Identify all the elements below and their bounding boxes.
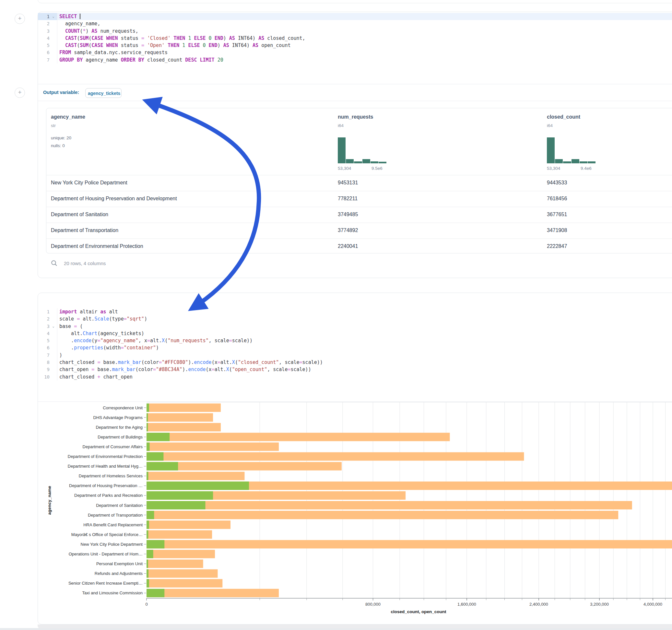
sql-code-editor[interactable]: 1⌄SELECT 2 agency_name,3 COUNT(*) AS num… xyxy=(38,12,672,64)
sql-cell: 1⌄SELECT 2 agency_name,3 COUNT(*) AS num… xyxy=(38,12,672,278)
code-line[interactable]: 7) xyxy=(38,352,672,359)
code-text[interactable]: SELECT xyxy=(57,13,672,20)
table-row[interactable]: New York City Police Department945313194… xyxy=(46,175,672,191)
code-text[interactable]: COUNT(*) AS num_requests, xyxy=(57,28,672,35)
code-text[interactable]: CAST(SUM(CASE WHEN status = 'Open' THEN … xyxy=(57,42,672,49)
column-type: str xyxy=(51,123,56,128)
code-line[interactable]: 5 .encode(y="agency_name", x=alt.X("num_… xyxy=(38,337,672,344)
y-axis-label: Department for the Aging xyxy=(96,425,143,430)
y-axis-label: Department of Housing Preservation … xyxy=(69,483,143,488)
code-text[interactable]: chart_closed = base.mark_bar(color="#FFC… xyxy=(57,359,672,366)
code-fold-chevron-icon[interactable]: ⌄ xyxy=(50,13,57,20)
line-number: 10 xyxy=(38,373,50,381)
bar-open-count xyxy=(146,579,149,587)
python-code-editor[interactable]: 1import altair as alt2scale = alt.Scale(… xyxy=(38,293,672,381)
output-variable-tag[interactable]: agency_tickets xyxy=(85,88,122,98)
code-line[interactable]: 9chart_open = base.mark_bar(color="#8BC3… xyxy=(38,366,672,373)
code-line[interactable]: 10chart_closed + chart_open xyxy=(38,373,672,381)
code-text[interactable]: .encode(y="agency_name", x=alt.X("num_re… xyxy=(57,337,672,344)
y-axis-label: Operations Unit - Department of Hom… xyxy=(69,552,143,556)
code-text[interactable]: GROUP BY agency_name ORDER BY closed_cou… xyxy=(57,56,672,64)
code-text[interactable]: chart_open = base.mark_bar(color="#8BC34… xyxy=(57,366,672,373)
cell-closed-count: 3677651 xyxy=(547,212,567,217)
x-axis-tick-label: 0 xyxy=(145,602,147,607)
histogram-bar xyxy=(572,159,579,163)
bar-open-count xyxy=(146,453,163,461)
code-text[interactable]: import altair as alt xyxy=(57,308,672,315)
code-line[interactable]: 7GROUP BY agency_name ORDER BY closed_co… xyxy=(38,56,672,64)
y-axis-label: Refunds and Adjustments xyxy=(95,571,143,576)
gutter-spacer xyxy=(50,373,57,381)
table-row[interactable]: Department of Environmental Protection22… xyxy=(46,239,672,253)
code-text[interactable]: agency_name, xyxy=(57,20,672,27)
line-number: 6 xyxy=(38,344,50,351)
code-text[interactable]: base = ( xyxy=(57,323,672,330)
code-text[interactable]: chart_closed + chart_open xyxy=(57,373,672,381)
bar-closed-count xyxy=(146,589,279,597)
bar-closed-count xyxy=(146,433,450,441)
histogram-bar xyxy=(547,138,555,163)
bar-closed-count xyxy=(146,530,212,539)
cell-agency-name: New York City Police Department xyxy=(51,180,127,186)
code-line[interactable]: 2scale = alt.Scale(type="sqrt") xyxy=(38,315,672,322)
code-fold-chevron-icon[interactable]: ⌄ xyxy=(50,323,57,330)
cell-closed-count: 7618456 xyxy=(547,196,567,201)
x-axis-tick-label: 3,200,000 xyxy=(590,602,609,607)
bar-open-count xyxy=(146,413,148,421)
x-axis-tick-label: 800,000 xyxy=(365,602,381,607)
y-axis-label: Department of Environmental Protection xyxy=(68,454,143,459)
column-header-num-requests[interactable]: num_requests xyxy=(338,114,373,120)
histogram-min-label: 53,304 xyxy=(547,166,560,171)
histogram-bar xyxy=(580,162,587,163)
line-number: 5 xyxy=(38,337,50,344)
add-cell-button-middle[interactable]: + xyxy=(15,88,25,98)
code-text[interactable]: alt.Chart(agency_tickets) xyxy=(57,330,672,337)
histogram-bar xyxy=(338,138,345,163)
cell-agency-name: Department of Housing Preservation and D… xyxy=(51,196,177,201)
bar-closed-count xyxy=(146,404,221,412)
histogram-bar xyxy=(370,162,378,163)
table-row[interactable]: Department of Transportation377489234719… xyxy=(46,223,672,239)
line-number: 8 xyxy=(38,359,50,366)
bar-open-count xyxy=(146,511,154,519)
histogram-max-label: 9.4e6 xyxy=(581,166,592,171)
bar-closed-count xyxy=(146,501,632,509)
y-axis-label: HRA Benefit Card Replacement xyxy=(83,523,143,527)
bar-open-count xyxy=(146,462,178,470)
code-line[interactable]: 1import altair as alt xyxy=(38,308,672,315)
y-axis-label: Mayorâ€ s Office of Special Enforce… xyxy=(71,532,143,537)
line-number: 3 xyxy=(38,323,50,330)
table-row[interactable]: Department of Sanitation37494853677651 xyxy=(46,207,672,223)
column-header-agency-name[interactable]: agency_name xyxy=(51,114,85,120)
y-axis-label: Senior Citizen Rent Increase Exempti… xyxy=(68,581,143,586)
histogram-min-label: 53,304 xyxy=(338,166,351,171)
code-line[interactable]: 6 .properties(width="container") xyxy=(38,344,672,351)
line-number: 4 xyxy=(38,330,50,337)
y-axis-title: agency_name xyxy=(47,486,52,515)
add-cell-button-top[interactable]: + xyxy=(15,14,25,24)
code-line[interactable]: 4 CAST(SUM(CASE WHEN status = 'Closed' T… xyxy=(38,35,672,42)
bar-closed-count xyxy=(146,550,215,558)
code-line[interactable]: 6FROM sample_data.nyc.service_requests xyxy=(38,49,672,56)
histogram-bar xyxy=(346,159,354,163)
table-row[interactable]: Department of Housing Preservation and D… xyxy=(46,191,672,207)
code-line[interactable]: 3 COUNT(*) AS num_requests, xyxy=(38,28,672,35)
divider xyxy=(38,101,672,101)
code-line[interactable]: 8chart_closed = base.mark_bar(color="#FF… xyxy=(38,359,672,366)
column-header-closed-count[interactable]: closed_count xyxy=(547,114,580,120)
code-line[interactable]: 1⌄SELECT xyxy=(38,13,672,20)
code-line[interactable]: 2 agency_name, xyxy=(38,20,672,27)
code-text[interactable]: ) xyxy=(57,352,672,359)
gutter-spacer xyxy=(50,42,57,49)
gutter-spacer xyxy=(50,344,57,351)
code-line[interactable]: 4 alt.Chart(agency_tickets) xyxy=(38,330,672,337)
code-text[interactable]: .properties(width="container") xyxy=(57,344,672,351)
search-icon[interactable] xyxy=(51,260,57,266)
code-line[interactable]: 3⌄base = ( xyxy=(38,323,672,330)
line-number: 3 xyxy=(38,28,50,35)
code-text[interactable]: scale = alt.Scale(type="sqrt") xyxy=(57,315,672,322)
code-text[interactable]: FROM sample_data.nyc.service_requests xyxy=(57,49,672,56)
code-line[interactable]: 5 CAST(SUM(CASE WHEN status = 'Open' THE… xyxy=(38,42,672,49)
bar-closed-count xyxy=(146,423,221,431)
code-text[interactable]: CAST(SUM(CASE WHEN status = 'Closed' THE… xyxy=(57,35,672,42)
